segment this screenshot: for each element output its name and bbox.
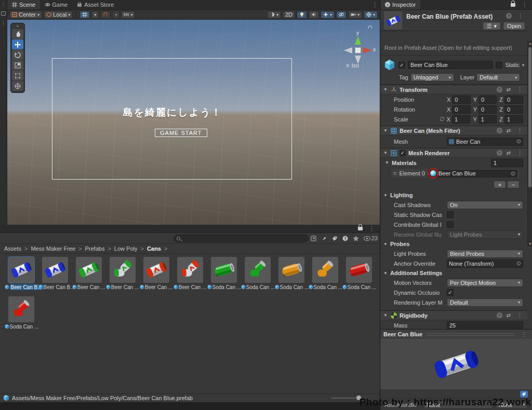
position-z-field[interactable]: 0 (504, 95, 523, 104)
asset-item[interactable]: Beer Can ... (105, 257, 139, 290)
asset-item[interactable]: Soda Can ... (342, 257, 376, 290)
breadcrumb-item[interactable]: Cans (147, 245, 161, 252)
increment-snap-dropdown[interactable]: ▾ (121, 11, 135, 19)
material-element-row[interactable]: = Element 0 Beer Can Blue ⊙ (391, 168, 520, 179)
foldout-icon[interactable]: ▼ (384, 160, 390, 165)
camera-settings-dropdown[interactable]: ▾ (348, 11, 362, 19)
inspector-scrollbar[interactable]: ▲ ▼ (527, 41, 532, 246)
snap-toggle-button[interactable] (100, 11, 111, 19)
motion-vectors-dropdown[interactable]: Per Object Motion▾ (447, 279, 523, 287)
asset-item[interactable]: Soda Can ... (207, 257, 241, 290)
dock-handle-icon[interactable]: ⋮ (0, 21, 7, 26)
transform-header[interactable]: ▼ Transform ? ⇄ ⋮ (380, 85, 527, 94)
gameobject-cube-icon[interactable] (383, 59, 396, 71)
grid-visibility-button[interactable] (79, 11, 90, 19)
breadcrumb-item[interactable]: Low Poly (114, 245, 138, 252)
position-x-field[interactable]: 0 (452, 95, 470, 104)
search-by-label-icon[interactable] (332, 236, 338, 241)
tab-inspector[interactable]: i Inspector (380, 0, 420, 9)
active-checkbox[interactable]: ✓ (398, 62, 405, 69)
rendering-layer-dropdown[interactable]: Default▾ (447, 298, 523, 307)
probes-foldout[interactable]: ▼Probes (380, 239, 527, 249)
asset-thumbnail[interactable] (8, 296, 34, 322)
hidden-count-toggle[interactable]: 23 (364, 235, 378, 241)
rotation-y-field[interactable]: 0 (478, 105, 497, 114)
mesh-filter-header[interactable]: ▼ Beer Can (Mesh Filter) ?⇄⋮ (380, 126, 527, 135)
static-shadow-caster-checkbox[interactable] (447, 211, 454, 218)
materials-count-field[interactable]: 1 (491, 159, 523, 167)
foldout-icon[interactable]: ▼ (383, 151, 388, 155)
object-picker-icon[interactable]: ⊙ (516, 261, 521, 266)
help-icon[interactable]: ? (497, 87, 502, 92)
renderer-enabled-checkbox[interactable]: ✓ (400, 150, 406, 156)
tab-game[interactable]: Game (40, 0, 72, 9)
presets-icon[interactable]: ⇄ (507, 312, 511, 318)
asset-thumbnail[interactable] (42, 257, 68, 283)
asset-thumbnail[interactable] (211, 257, 237, 283)
presets-icon[interactable]: ⇄ (507, 128, 511, 133)
component-menu-icon[interactable]: ⋮ (515, 150, 525, 156)
search-by-type-icon[interactable] (321, 236, 327, 241)
anchor-override-field[interactable]: None (Transform)⊙ (447, 259, 523, 268)
gizmos-dropdown[interactable]: ▾ (364, 11, 378, 19)
drag-handle-icon[interactable]: = (393, 170, 396, 176)
gizmo-center-cube[interactable] (355, 47, 361, 53)
audio-toggle-button[interactable] (309, 11, 319, 19)
gizmo-left-axis-cone[interactable] (344, 47, 352, 53)
component-menu-icon[interactable]: ⋮ (515, 87, 525, 92)
hand-tool-button[interactable] (12, 29, 23, 39)
asset-thumbnail[interactable] (245, 257, 271, 283)
inspector-lock-icon[interactable] (511, 3, 515, 7)
projection-mode-label[interactable]: ≡ Iso (346, 62, 359, 69)
remove-material-button[interactable]: − (507, 181, 520, 188)
project-lock-icon[interactable] (358, 227, 363, 230)
gameobject-name-field[interactable]: Beer Can Blue (408, 61, 493, 69)
hidden-objects-toggle[interactable] (336, 11, 347, 19)
presets-icon[interactable]: ⇄ (507, 87, 511, 92)
asset-thumbnail[interactable] (8, 257, 34, 283)
add-material-button[interactable]: + (494, 181, 506, 188)
panel-icon[interactable] (1, 11, 6, 16)
scroll-up-icon[interactable]: ▲ (528, 42, 532, 45)
preview-drag-handle[interactable] (427, 333, 515, 336)
light-probes-dropdown[interactable]: Blend Probes▾ (447, 250, 523, 258)
asset-thumbnail[interactable] (143, 257, 169, 283)
breadcrumb-item[interactable]: Assets (4, 245, 21, 252)
object-picker-icon[interactable]: ⊙ (511, 171, 515, 176)
2d-toggle-button[interactable]: 2D (283, 11, 295, 19)
asset-thumbnail[interactable] (177, 257, 203, 283)
mesh-object-field[interactable]: Beer Can ⊙ (447, 138, 523, 146)
asset-item[interactable]: Soda Can ... (308, 257, 342, 290)
breadcrumb-item[interactable]: Prefabs (85, 245, 104, 252)
lighting-toggle-button[interactable] (297, 11, 307, 19)
foldout-icon[interactable]: ▼ (383, 128, 388, 133)
presets-icon[interactable]: ⇄ (507, 150, 511, 156)
materials-foldout-row[interactable]: ▼ Materials 1 (380, 158, 527, 168)
dynamic-occlusion-checkbox[interactable]: ✓ (447, 289, 454, 296)
effects-dropdown[interactable]: ▾ (321, 11, 335, 19)
snap-settings-dropdown[interactable]: ▾ (112, 11, 119, 19)
scale-tool-button[interactable] (12, 60, 23, 70)
tag-dropdown[interactable]: Untagged▾ (410, 73, 454, 81)
breadcrumb-item[interactable]: Mess Maker Free (31, 245, 75, 252)
project-search-box[interactable] (174, 235, 309, 242)
asset-thumbnail[interactable] (346, 257, 372, 283)
mesh-renderer-header[interactable]: ▼ ✓ Mesh Renderer ?⇄⋮ (380, 148, 527, 158)
additional-settings-foldout[interactable]: ▼Additional Settings (380, 268, 527, 278)
transform-tool-button[interactable] (12, 81, 23, 91)
rect-tool-button[interactable] (12, 71, 23, 80)
thumbnail-size-slider[interactable] (331, 398, 361, 399)
scene-view[interactable]: 島を綺麗にしよう！ GAME START ≡ y x ≡ Iso (7, 20, 380, 225)
pivot-mode-dropdown[interactable]: Center▾ (9, 11, 42, 19)
rigidbody-header[interactable]: ▼ Rigidbody ?⇄⋮ (380, 310, 527, 320)
lighting-foldout[interactable]: ▼Lighting (380, 190, 527, 200)
static-dropdown-icon[interactable]: ▾ (522, 63, 524, 67)
static-checkbox[interactable] (496, 62, 502, 69)
scale-z-field[interactable]: 1 (504, 115, 523, 124)
asset-thumbnail[interactable] (278, 257, 304, 283)
asset-thumbnail[interactable] (110, 257, 136, 283)
scale-y-field[interactable]: 1 (478, 115, 497, 124)
inspector-menu-icon[interactable]: ⋮ (520, 2, 529, 8)
foldout-icon[interactable]: ▼ (383, 87, 388, 92)
rotation-z-field[interactable]: 0 (504, 105, 523, 114)
